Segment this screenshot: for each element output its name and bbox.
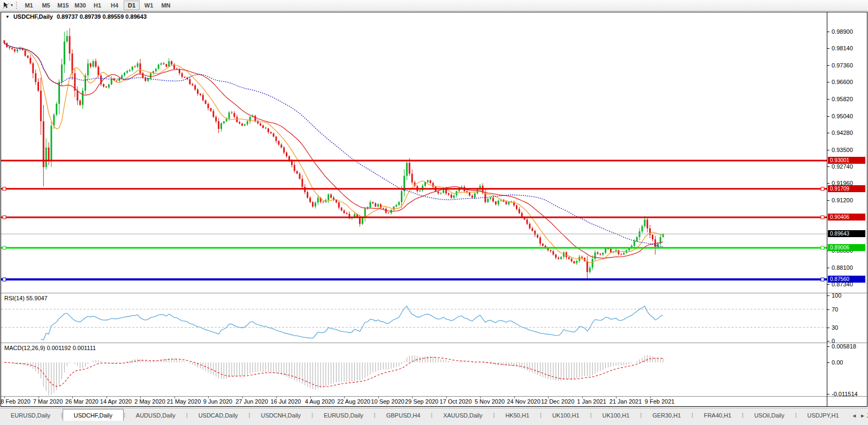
rsi-axis-label: 70 — [832, 306, 838, 313]
timeframe-button-m1[interactable]: M1 — [21, 1, 37, 10]
date-label: 14 Apr 2020 — [100, 398, 132, 405]
axis-tick — [827, 284, 829, 285]
date-label: 7 Mar 2020 — [33, 398, 63, 405]
timeframe-button-mn[interactable]: MN — [158, 1, 174, 10]
chart-tab-hk50-h1[interactable]: HK50,H1 — [494, 410, 540, 421]
date-label: 27 Jun 2020 — [235, 398, 268, 405]
axis-tick — [827, 32, 829, 32]
date-label: 18 Feb 2020 — [0, 398, 31, 405]
candlestick-chart[interactable] — [1, 21, 827, 293]
level-price-badge-0.93001: 0.93001 — [828, 157, 865, 164]
axis-tick-label: 0.88100 — [832, 264, 853, 271]
axis-tick-label: 0.94280 — [832, 130, 853, 136]
toolbar-grip — [16, 2, 17, 9]
chart-tab-uk100-h1[interactable]: UK100,H1 — [542, 410, 590, 421]
chart-tab-usdcnh-daily[interactable]: USDCNH,Daily — [250, 410, 311, 421]
rsi-label: RSI(14) 55.9047 — [4, 295, 48, 301]
ma-slow-line — [4, 43, 663, 247]
level-line-0.87560[interactable] — [1, 278, 827, 281]
level-line-0.90406[interactable] — [1, 216, 827, 219]
date-label: 1 Jan 2021 — [577, 398, 606, 405]
axis-tick — [827, 394, 829, 394]
date-axis[interactable]: 18 Feb 20207 Mar 202026 Mar 202014 Apr 2… — [1, 397, 867, 406]
axis-tick-label: 0.98900 — [832, 28, 853, 35]
chart-tab-usoil-daily[interactable]: USOil,Daily — [743, 410, 795, 421]
axis-tick — [827, 346, 829, 347]
axis-tick — [827, 166, 829, 167]
axis-tick — [827, 328, 829, 328]
chart-title-bar[interactable]: ▼ USDCHF,Daily 0.89737 0.89739 0.89559 0… — [1, 12, 867, 21]
timeframe-button-h1[interactable]: H1 — [89, 1, 105, 10]
timeframe-button-h4[interactable]: H4 — [106, 1, 123, 10]
macd-chart[interactable] — [1, 344, 827, 396]
axis-tick — [827, 183, 829, 184]
rsi-pane[interactable]: RSI(14) 55.9047 — [1, 294, 867, 343]
axis-tick — [827, 200, 829, 201]
price-axis[interactable]: 0.989000.981400.973600.966000.958200.950… — [827, 12, 867, 406]
level-line-0.91709[interactable] — [1, 187, 827, 191]
date-label: 22 Aug 2020 — [337, 398, 370, 405]
axis-tick-label: 0.95040 — [832, 113, 853, 119]
chart-tab-usdjpy-h1[interactable]: USDJPY,H1 — [797, 410, 850, 421]
chart-tab-gbpusd-h4[interactable]: GBPUSD,H4 — [376, 410, 431, 421]
chart-tab-bar: EURUSD,Daily|USDCHF,Daily|AUDUSD,Daily|U… — [0, 408, 868, 421]
rsi-chart[interactable] — [1, 294, 827, 343]
collapse-triangle-icon[interactable]: ▼ — [5, 14, 10, 19]
level-line-0.89006[interactable] — [1, 246, 827, 249]
chart-tab-usdchf-daily[interactable]: USDCHF,Daily — [63, 409, 124, 421]
level-price-badge-0.87560: 0.87560 — [828, 276, 865, 283]
chart-tab-eurusd-daily[interactable]: EURUSD,Daily — [0, 410, 61, 421]
axis-tick — [827, 82, 829, 82]
chart-tab-eurusd-daily[interactable]: EURUSD,Daily — [313, 410, 374, 421]
macd-axis-label: -0.011514 — [832, 391, 858, 397]
axis-tick — [827, 65, 829, 66]
axis-tick-label: 0.92740 — [832, 163, 853, 170]
level-price-badge-0.89006: 0.89006 — [828, 244, 865, 251]
chart-tab-fra40-h1[interactable]: FRA40,H1 — [693, 410, 742, 421]
tab-scroll-left-icon[interactable]: ◄ — [851, 413, 857, 419]
chart-tab-uk100-h1[interactable]: UK100,H1 — [592, 410, 641, 421]
current-price-badge: 0.89643 — [828, 230, 865, 237]
date-label: 9 Jun 2020 — [203, 398, 232, 405]
timeframe-button-m30[interactable]: M30 — [72, 1, 88, 10]
axis-tick-label: 0.91200 — [832, 197, 853, 203]
date-label: 21 May 2020 — [167, 398, 201, 405]
macd-label: MACD(12,26,9) 0.001192 0.001111 — [4, 345, 96, 351]
axis-tick — [827, 295, 829, 296]
ma-fast-line — [4, 43, 663, 262]
crosshair-cursor-icon[interactable] — [2, 1, 10, 10]
axis-tick — [827, 268, 829, 268]
timeframe-button-d1[interactable]: D1 — [124, 1, 140, 10]
chart-tab-usdcad-daily[interactable]: USDCAD,Daily — [188, 410, 249, 421]
level-price-badge-0.91709: 0.91709 — [828, 185, 865, 192]
date-label: 4 Aug 2020 — [305, 398, 335, 405]
axis-tick — [827, 116, 829, 117]
date-label: 24 Nov 2020 — [507, 398, 540, 405]
timeframe-button-m5[interactable]: M5 — [38, 1, 54, 10]
macd-axis-label: 0.00 — [832, 359, 843, 366]
macd-axis-label: 0.005818 — [832, 343, 856, 350]
timeframe-button-m15[interactable]: M15 — [55, 1, 71, 10]
axis-tick — [827, 133, 829, 133]
axis-tick-label: 0.95820 — [832, 96, 853, 102]
date-label: 2 May 2020 — [134, 398, 165, 405]
rsi-axis-label: 30 — [832, 324, 838, 331]
main-price-pane[interactable] — [1, 21, 867, 293]
axis-tick-label: 0.93500 — [832, 147, 853, 153]
date-label: 26 Mar 2020 — [65, 398, 98, 405]
chart-tab-xauusd-daily[interactable]: XAUUSD,Daily — [432, 410, 493, 421]
axis-tick — [827, 362, 829, 363]
chart-tab-ger30-h1[interactable]: GER30,H1 — [642, 410, 691, 421]
tab-scroll-right-icon[interactable]: ► — [860, 413, 865, 419]
date-label: 17 Oct 2020 — [440, 398, 472, 405]
timeframe-button-w1[interactable]: W1 — [141, 1, 157, 10]
date-label: 16 Jul 2020 — [271, 398, 301, 405]
axis-tick-label: 0.96600 — [832, 79, 853, 85]
chart-ohlc-values: 0.89737 0.89739 0.89559 0.89643 — [57, 13, 147, 20]
cursor-dropdown-caret[interactable]: ▾ — [11, 3, 13, 7]
timeframe-toolbar: ▾ M1M5M15M30H1H4D1W1MN — [0, 0, 868, 11]
chart-tab-audusd-daily[interactable]: AUDUSD,Daily — [125, 410, 186, 421]
macd-pane[interactable]: MACD(12,26,9) 0.001192 0.001111 — [1, 344, 867, 396]
ma-medium-line — [4, 43, 663, 258]
axis-tick — [827, 309, 829, 310]
